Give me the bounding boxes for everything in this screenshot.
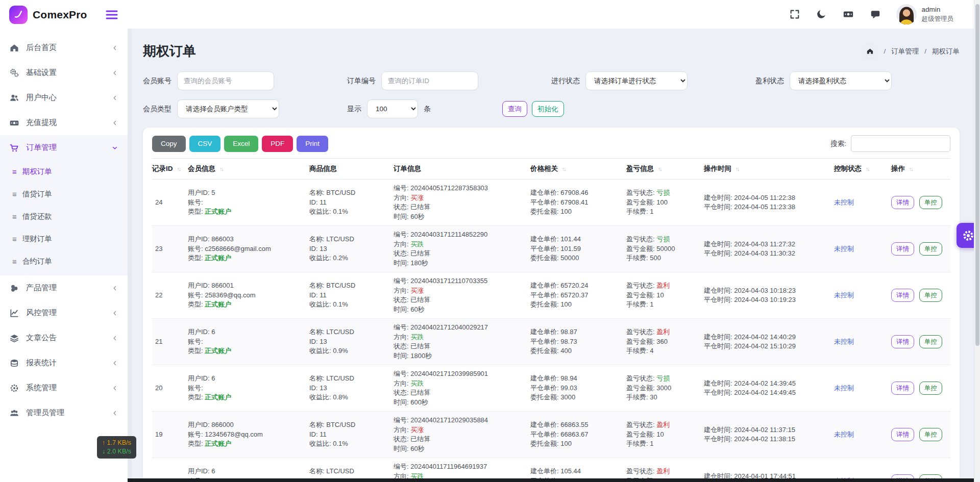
admins-icon xyxy=(9,408,19,418)
sort-arrows-icon: ↑↓ xyxy=(866,166,869,172)
reset-button[interactable]: 初始化 xyxy=(532,101,564,117)
sidebar-item-reports[interactable]: 报表统计 xyxy=(0,350,128,375)
control-status-link[interactable]: 未控制 xyxy=(834,245,854,252)
admin-menu[interactable]: admin 超级管理员 xyxy=(896,4,954,24)
actions-cell: 详情 单控 xyxy=(891,382,950,395)
single-control-button[interactable]: 单控 xyxy=(919,242,942,256)
sidebar-item-user-center[interactable]: 用户中心 xyxy=(0,85,128,110)
fullscreen-icon[interactable] xyxy=(789,9,800,20)
column-header[interactable]: 商品信息 xyxy=(309,164,394,173)
column-header[interactable]: 操作↑↓ xyxy=(891,164,950,173)
sidebar-scrollbar[interactable] xyxy=(128,29,132,482)
scrollbar-thumb[interactable] xyxy=(975,4,979,346)
member-info-cell: 用户ID: 866001 账号: 258369@qq.com 类型: 正式账户 xyxy=(188,281,309,310)
member-type-select[interactable]: 请选择会员账户类型 xyxy=(177,99,279,118)
control-status-link[interactable]: 未控制 xyxy=(834,338,854,345)
cart-icon xyxy=(9,143,19,153)
list-icon: ≡ xyxy=(12,167,17,176)
sidebar-item-product-management[interactable]: 产品管理 xyxy=(0,275,128,300)
sidebar-subitem-loan-orders[interactable]: ≡ 借贷订单 xyxy=(0,183,128,205)
control-status-link[interactable]: 未控制 xyxy=(834,384,854,392)
sidebar-item-admin-management[interactable]: 管理员管理 xyxy=(0,400,128,425)
column-header[interactable]: 会员信息↑↓ xyxy=(188,164,309,173)
table-search-input[interactable] xyxy=(851,135,950,152)
vertical-scrollbar[interactable] xyxy=(974,0,980,482)
pdf-button[interactable]: PDF xyxy=(262,136,293,152)
sidebar-item-articles[interactable]: 文章公告 xyxy=(0,325,128,350)
detail-button[interactable]: 详情 xyxy=(891,289,914,302)
print-button[interactable]: Print xyxy=(297,136,328,152)
sidebar-subitem-contract-orders[interactable]: ≡ 合约订单 xyxy=(0,250,128,272)
detail-button[interactable]: 详情 xyxy=(891,335,914,349)
sidebar-subitem-loan-repayment[interactable]: ≡ 借贷还款 xyxy=(0,205,128,227)
sidebar-subitem-wealth-orders[interactable]: ≡ 理财订单 xyxy=(0,227,128,250)
record-id-cell: 20 xyxy=(152,384,188,393)
sidebar-item-system-management[interactable]: 系统管理 xyxy=(0,375,128,400)
sidebar-subitem-option-orders[interactable]: ≡ 期权订单 xyxy=(0,160,128,183)
column-header[interactable]: 控制状态↑↓ xyxy=(834,164,891,173)
money-icon xyxy=(9,118,19,128)
single-control-button[interactable]: 单控 xyxy=(919,428,942,442)
detail-button[interactable]: 详情 xyxy=(891,242,914,256)
sidebar-toggle-hamburger-icon[interactable] xyxy=(105,9,118,20)
query-button[interactable]: 查询 xyxy=(502,101,527,117)
sidebar-item-order-management[interactable]: 订单管理 xyxy=(0,135,128,160)
dark-mode-moon-icon[interactable] xyxy=(816,9,827,20)
system-gear-icon xyxy=(9,383,19,393)
member-info-cell: 用户ID: 6 账号: 类型: 正式账户 xyxy=(188,374,309,402)
column-header[interactable]: 盈亏信息↑↓ xyxy=(626,164,704,173)
record-id-cell: 19 xyxy=(152,430,188,440)
member-account-input[interactable] xyxy=(177,71,274,90)
breadcrumb-order-management[interactable]: 订单管理 xyxy=(891,47,919,56)
single-control-button[interactable]: 单控 xyxy=(919,335,942,349)
single-control-button[interactable]: 单控 xyxy=(919,196,942,210)
page-size-label: 显示 xyxy=(347,105,361,114)
chevron-left-icon xyxy=(111,285,118,292)
copy-button[interactable]: Copy xyxy=(152,136,186,152)
excel-button[interactable]: Excel xyxy=(224,136,258,152)
detail-button[interactable]: 详情 xyxy=(891,382,914,395)
sidebar-item-risk-management[interactable]: 风控管理 xyxy=(0,300,128,325)
record-id-cell: 23 xyxy=(152,244,188,254)
csv-button[interactable]: CSV xyxy=(189,136,221,152)
single-control-button[interactable]: 单控 xyxy=(919,289,942,302)
profit-status-select[interactable]: 请选择盈利状态 xyxy=(790,71,892,90)
progress-status-select[interactable]: 请选择订单进行状态 xyxy=(585,71,688,90)
control-status-link[interactable]: 未控制 xyxy=(834,430,854,438)
column-header[interactable]: 订单信息 xyxy=(394,164,530,173)
control-status-link[interactable]: 未控制 xyxy=(834,291,854,299)
order-no-input[interactable] xyxy=(381,71,478,90)
actions-cell: 详情 单控 xyxy=(891,242,950,256)
detail-button[interactable]: 详情 xyxy=(891,428,914,442)
time-info-cell: 建仓时间: 2024-04-03 10:18:23 平仓时间: 2024-04-… xyxy=(704,286,834,305)
sidebar-item-deposit-withdraw[interactable]: 充值提现 xyxy=(0,110,128,135)
avatar xyxy=(896,4,917,24)
single-control-button[interactable]: 单控 xyxy=(919,382,942,395)
order-info-cell: 编号: 202404031712114852290 方向: 买跌 状态: 已结算… xyxy=(394,230,530,268)
home-icon xyxy=(9,43,19,53)
table-row: 24 用户ID: 5 账号: 类型: 正式账户 名称: BTC/USD ID: … xyxy=(152,180,950,226)
horizontal-scrollbar[interactable] xyxy=(128,478,974,482)
time-info-cell: 建仓时间: 2024-04-03 11:27:32 平仓时间: 2024-04-… xyxy=(704,240,834,259)
page-size-select[interactable]: 100 xyxy=(367,99,418,118)
time-info-cell: 建仓时间: 2024-04-02 14:39:45 平仓时间: 2024-04-… xyxy=(704,379,834,398)
admin-role: 超级管理员 xyxy=(922,15,954,22)
column-header[interactable]: 价格相关↑↓ xyxy=(530,164,626,173)
table-row: 20 用户ID: 6 账号: 类型: 正式账户 名称: LTC/USD ID: … xyxy=(152,365,950,412)
sidebar-item-basic-settings[interactable]: 基础设置 xyxy=(0,60,128,85)
topbar: admin 超级管理员 xyxy=(128,0,980,29)
table-row: 19 用户ID: 866000 账号: 12345678@qq.com 类型: … xyxy=(152,412,950,458)
wallet-money-icon[interactable] xyxy=(842,9,854,20)
pl-info-cell: 盈亏状态: 盈利 盈亏金额: 10 手续费: 1 xyxy=(626,420,704,449)
product-info-cell: 名称: BTC/USD ID: 11 收益比: 0.1% xyxy=(309,188,394,217)
column-header[interactable]: 操作时间↑↓ xyxy=(704,164,834,173)
breadcrumb-home-icon[interactable] xyxy=(862,43,878,59)
control-status-link[interactable]: 未控制 xyxy=(834,198,854,206)
column-header[interactable]: 记录ID↑↓ xyxy=(152,164,188,173)
order-info-cell: 编号: 202404021712029035884 方向: 买涨 状态: 已结算… xyxy=(394,416,530,453)
chat-icon[interactable] xyxy=(870,9,881,20)
detail-button[interactable]: 详情 xyxy=(891,196,914,210)
breadcrumb-option-orders[interactable]: 期权订单 xyxy=(932,47,960,56)
users-icon xyxy=(9,93,19,103)
sidebar-item-dashboard[interactable]: 后台首页 xyxy=(0,35,128,60)
